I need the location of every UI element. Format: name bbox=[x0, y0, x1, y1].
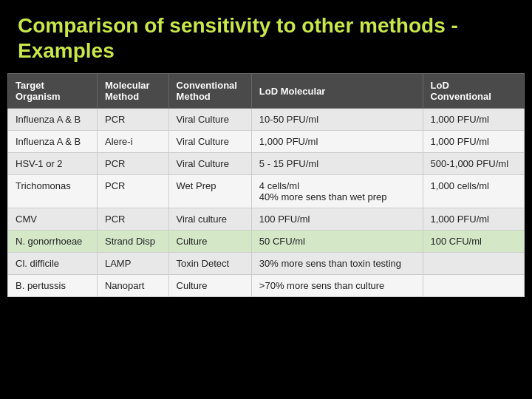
table-row: Influenza A & BPCRViral Culture10-50 PFU… bbox=[8, 109, 525, 131]
cell-target: N. gonorrhoeae bbox=[8, 231, 98, 253]
cell-conventional: Viral culture bbox=[168, 208, 251, 231]
page-title: Comparison of sensitivity to other metho… bbox=[18, 13, 514, 63]
cell-target: CMV bbox=[8, 208, 98, 231]
cell-molecular: Strand Disp bbox=[97, 231, 168, 253]
cell-lod_molecular: 4 cells/ml40% more sens than wet prep bbox=[251, 175, 423, 208]
cell-lod_conventional: 500-1,000 PFU/ml bbox=[423, 153, 524, 175]
cell-lod_molecular: 10-50 PFU/ml bbox=[251, 109, 423, 131]
cell-conventional: Viral Culture bbox=[168, 131, 251, 153]
header: Comparison of sensitivity to other metho… bbox=[0, 0, 532, 73]
cell-molecular: Alere-i bbox=[97, 131, 168, 153]
cell-molecular: Nanopart bbox=[97, 275, 168, 297]
cell-lod_conventional: 1,000 PFU/ml bbox=[423, 208, 524, 231]
cell-lod_molecular: >70% more sens than culture bbox=[251, 275, 423, 297]
cell-lod_conventional: 1,000 cells/ml bbox=[423, 175, 524, 208]
cell-conventional: Wet Prep bbox=[168, 175, 251, 208]
cell-molecular: PCR bbox=[97, 153, 168, 175]
cell-target: Trichomonas bbox=[8, 175, 98, 208]
col-header-target: TargetOrganism bbox=[8, 74, 98, 109]
cell-target: HSV-1 or 2 bbox=[8, 153, 98, 175]
cell-lod_molecular: 1,000 PFU/ml bbox=[251, 131, 423, 153]
cell-molecular: PCR bbox=[97, 109, 168, 131]
cell-lod_molecular: 30% more sens than toxin testing bbox=[251, 253, 423, 275]
cell-molecular: PCR bbox=[97, 175, 168, 208]
cell-target: Influenza A & B bbox=[8, 109, 98, 131]
cell-lod_molecular: 5 - 15 PFU/ml bbox=[251, 153, 423, 175]
cell-lod_conventional: 1,000 PFU/ml bbox=[423, 109, 524, 131]
cell-lod_molecular: 50 CFU/ml bbox=[251, 231, 423, 253]
cell-conventional: Culture bbox=[168, 275, 251, 297]
cell-molecular: LAMP bbox=[97, 253, 168, 275]
cell-target: Cl. difficile bbox=[8, 253, 98, 275]
table-wrapper: TargetOrganism MolecularMethod Conventio… bbox=[0, 73, 532, 304]
cell-lod_molecular: 100 PFU/ml bbox=[251, 208, 423, 231]
cell-molecular: PCR bbox=[97, 208, 168, 231]
comparison-table: TargetOrganism MolecularMethod Conventio… bbox=[7, 73, 525, 297]
col-header-lod-conventional: LoDConventional bbox=[423, 74, 524, 109]
cell-target: Influenza A & B bbox=[8, 131, 98, 153]
cell-lod_conventional bbox=[423, 253, 524, 275]
table-row: HSV-1 or 2PCRViral Culture5 - 15 PFU/ml5… bbox=[8, 153, 525, 175]
table-row: B. pertussisNanopartCulture>70% more sen… bbox=[8, 275, 525, 297]
cell-target: B. pertussis bbox=[8, 275, 98, 297]
cell-conventional: Culture bbox=[168, 231, 251, 253]
table-row: Influenza A & BAlere-iViral Culture1,000… bbox=[8, 131, 525, 153]
table-row: TrichomonasPCRWet Prep4 cells/ml40% more… bbox=[8, 175, 525, 208]
cell-lod_conventional bbox=[423, 275, 524, 297]
cell-lod_conventional: 100 CFU/ml bbox=[423, 231, 524, 253]
col-header-lod-molecular: LoD Molecular bbox=[251, 74, 423, 109]
table-row: N. gonorrhoeaeStrand DispCulture50 CFU/m… bbox=[8, 231, 525, 253]
col-header-molecular: MolecularMethod bbox=[97, 74, 168, 109]
table-row: CMVPCRViral culture100 PFU/ml1,000 PFU/m… bbox=[8, 208, 525, 231]
cell-conventional: Toxin Detect bbox=[168, 253, 251, 275]
cell-conventional: Viral Culture bbox=[168, 153, 251, 175]
cell-conventional: Viral Culture bbox=[168, 109, 251, 131]
cell-lod_conventional: 1,000 PFU/ml bbox=[423, 131, 524, 153]
col-header-conventional: ConventionalMethod bbox=[168, 74, 251, 109]
table-row: Cl. difficileLAMPToxin Detect30% more se… bbox=[8, 253, 525, 275]
